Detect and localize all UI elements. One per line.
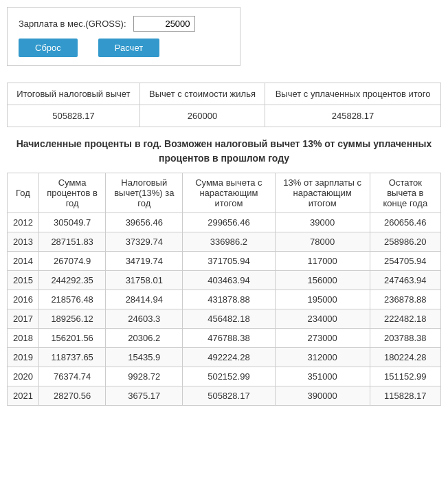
- table-row: 2017189256.1224603.3456482.1823400022248…: [8, 309, 441, 329]
- notice-text: Начисленные проценты в год. Возможен нал…: [7, 137, 441, 166]
- table-cell: 2017: [8, 309, 39, 329]
- table-cell: 236878.88: [370, 290, 440, 309]
- table-cell: 305049.7: [38, 213, 105, 232]
- table-cell: 502152.99: [183, 367, 275, 386]
- table-cell: 390000: [275, 386, 370, 406]
- main-table-header: Год: [8, 173, 39, 213]
- table-cell: 476788.38: [183, 329, 275, 348]
- summary-col3-header: Вычет с уплаченных процентов итого: [265, 83, 441, 105]
- calc-button[interactable]: Расчет: [98, 39, 159, 57]
- main-table-header: Сумма вычета с нарастающим итогом: [183, 173, 275, 213]
- table-cell: 117000: [275, 252, 370, 271]
- table-cell: 2019: [8, 348, 39, 367]
- table-cell: 260656.46: [370, 213, 440, 232]
- table-row: 2018156201.5620306.2476788.3827300020378…: [8, 329, 441, 348]
- reset-button[interactable]: Сброс: [19, 39, 78, 57]
- table-cell: 2013: [8, 232, 39, 252]
- table-cell: 203788.38: [370, 329, 440, 348]
- table-cell: 28414.94: [106, 290, 183, 309]
- summary-col3-value: 245828.17: [265, 105, 441, 127]
- table-cell: 2020: [8, 367, 39, 386]
- table-cell: 247463.94: [370, 271, 440, 290]
- table-row: 2014267074.934719.74371705.9411700025470…: [8, 252, 441, 271]
- table-cell: 39656.46: [106, 213, 183, 232]
- table-cell: 156000: [275, 271, 370, 290]
- table-row: 2016218576.4828414.94431878.881950002368…: [8, 290, 441, 309]
- table-cell: 3675.17: [106, 386, 183, 406]
- table-cell: 180224.28: [370, 348, 440, 367]
- table-cell: 431878.88: [183, 290, 275, 309]
- summary-col1-value: 505828.17: [8, 105, 140, 127]
- table-cell: 336986.2: [183, 232, 275, 252]
- table-cell: 234000: [275, 309, 370, 329]
- table-cell: 258986.20: [370, 232, 440, 252]
- table-cell: 9928.72: [106, 367, 183, 386]
- table-cell: 2015: [8, 271, 39, 290]
- summary-table: Итоговый налоговый вычет Вычет с стоимос…: [7, 83, 441, 127]
- main-table: ГодСумма процентов в годНалоговый вычет(…: [7, 173, 441, 406]
- table-cell: 403463.94: [183, 271, 275, 290]
- table-cell: 78000: [275, 232, 370, 252]
- summary-col2-header: Вычет с стоимости жилья: [139, 83, 265, 105]
- table-cell: 156201.56: [38, 329, 105, 348]
- table-row: 2019118737.6515435.9492224.2831200018022…: [8, 348, 441, 367]
- table-cell: 20306.2: [106, 329, 183, 348]
- table-cell: 299656.46: [183, 213, 275, 232]
- table-cell: 76374.74: [38, 367, 105, 386]
- main-table-header: 13% от зарплаты с нарастающим итогом: [275, 173, 370, 213]
- table-cell: 2021: [8, 386, 39, 406]
- table-cell: 287151.83: [38, 232, 105, 252]
- button-row: Сброс Расчет: [19, 39, 229, 57]
- table-cell: 15435.9: [106, 348, 183, 367]
- table-cell: 24603.3: [106, 309, 183, 329]
- table-row: 202076374.749928.72502152.99351000151152…: [8, 367, 441, 386]
- table-cell: 28270.56: [38, 386, 105, 406]
- salary-input[interactable]: [133, 16, 195, 32]
- table-cell: 222482.18: [370, 309, 440, 329]
- summary-col1-header: Итоговый налоговый вычет: [8, 83, 140, 105]
- table-cell: 218576.48: [38, 290, 105, 309]
- table-cell: 195000: [275, 290, 370, 309]
- table-cell: 456482.18: [183, 309, 275, 329]
- table-cell: 312000: [275, 348, 370, 367]
- table-cell: 254705.94: [370, 252, 440, 271]
- table-row: 2012305049.739656.46299656.4639000260656…: [8, 213, 441, 232]
- table-cell: 267074.9: [38, 252, 105, 271]
- table-cell: 115828.17: [370, 386, 440, 406]
- main-table-header: Сумма процентов в год: [38, 173, 105, 213]
- table-cell: 492224.28: [183, 348, 275, 367]
- table-cell: 244292.35: [38, 271, 105, 290]
- table-cell: 39000: [275, 213, 370, 232]
- table-cell: 371705.94: [183, 252, 275, 271]
- table-cell: 505828.17: [183, 386, 275, 406]
- table-cell: 37329.74: [106, 232, 183, 252]
- table-cell: 2018: [8, 329, 39, 348]
- summary-col2-value: 260000: [139, 105, 265, 127]
- salary-label: Зарплата в мес.(GROSS):: [19, 19, 126, 29]
- table-cell: 118737.65: [38, 348, 105, 367]
- table-cell: 2012: [8, 213, 39, 232]
- table-row: 202128270.563675.17505828.17390000115828…: [8, 386, 441, 406]
- salary-row: Зарплата в мес.(GROSS):: [19, 16, 229, 32]
- table-cell: 31758.01: [106, 271, 183, 290]
- table-cell: 151152.99: [370, 367, 440, 386]
- table-row: 2015244292.3531758.01403463.941560002474…: [8, 271, 441, 290]
- form-section: Зарплата в мес.(GROSS): Сброс Расчет: [7, 7, 240, 66]
- table-cell: 189256.12: [38, 309, 105, 329]
- table-cell: 2014: [8, 252, 39, 271]
- table-cell: 351000: [275, 367, 370, 386]
- table-row: 2013287151.8337329.74336986.278000258986…: [8, 232, 441, 252]
- table-cell: 273000: [275, 329, 370, 348]
- table-cell: 2016: [8, 290, 39, 309]
- main-table-header: Налоговый вычет(13%) за год: [106, 173, 183, 213]
- main-table-header: Остаток вычета в конце года: [370, 173, 440, 213]
- table-cell: 34719.74: [106, 252, 183, 271]
